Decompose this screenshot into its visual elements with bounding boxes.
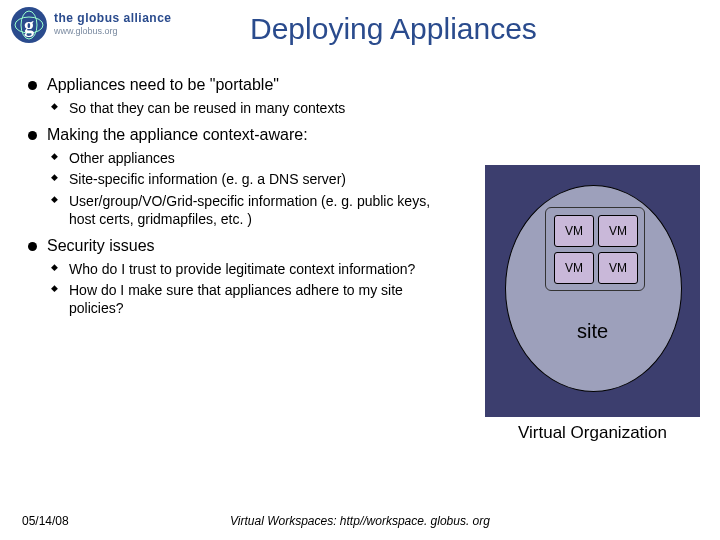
bullet-3-text: Security issues [47, 237, 155, 254]
vm-box-4: VM [598, 252, 638, 284]
footer-center: Virtual Workspaces: http//workspace. glo… [0, 514, 720, 528]
vm-box-3: VM [554, 252, 594, 284]
slide-title: Deploying Appliances [250, 12, 700, 46]
bullet-2-sub-3: User/group/VO/Grid-specific information … [47, 192, 455, 228]
bullet-3-sub-2: How do I make sure that appliances adher… [47, 281, 455, 317]
logo: g the globus alliance www.globus.org [10, 6, 240, 44]
bullet-1-sub-1: So that they can be reused in many conte… [47, 99, 455, 117]
vm-box-2: VM [598, 215, 638, 247]
svg-text:g: g [24, 14, 34, 37]
bullet-2-sub-2: Site-specific information (e. g. a DNS s… [47, 170, 455, 188]
logo-brand-top: the globus alliance [54, 11, 172, 25]
logo-brand-bottom: www.globus.org [54, 26, 118, 36]
diagram: VM VM VM VM site Virtual Organization [485, 165, 700, 445]
bullet-3-sub-1: Who do I trust to provide legitimate con… [47, 260, 455, 278]
site-label: site [485, 320, 700, 343]
vo-label: Virtual Organization [485, 423, 700, 443]
bullet-3: Security issues Who do I trust to provid… [25, 236, 455, 318]
bullet-2-sub-1: Other appliances [47, 149, 455, 167]
globus-logo-icon: g [10, 6, 48, 44]
bullet-1-text: Appliances need to be "portable" [47, 76, 279, 93]
slide-body: Appliances need to be "portable" So that… [25, 75, 455, 326]
bullet-2: Making the appliance context-aware: Othe… [25, 125, 455, 228]
vm-box-1: VM [554, 215, 594, 247]
bullet-2-text: Making the appliance context-aware: [47, 126, 308, 143]
vm-group: VM VM VM VM [545, 207, 645, 291]
bullet-1: Appliances need to be "portable" So that… [25, 75, 455, 117]
